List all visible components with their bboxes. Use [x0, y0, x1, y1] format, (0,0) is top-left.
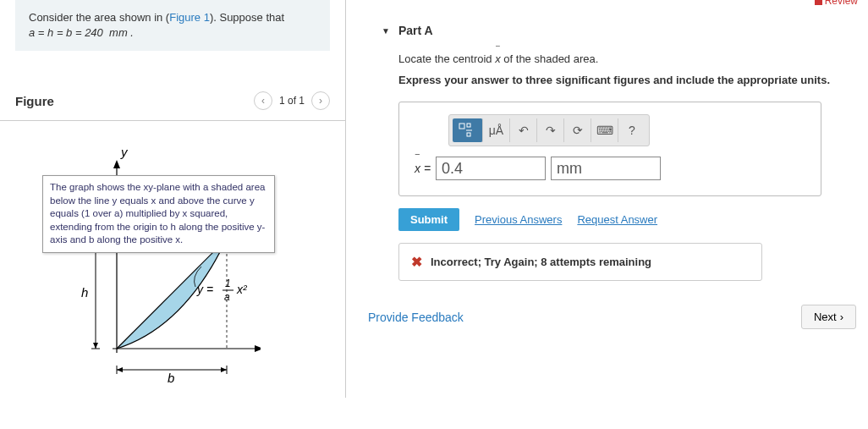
part-instruction: Locate the centroid x of the shaded area…	[398, 52, 843, 65]
feedback-text: Incorrect; Try Again; 8 attempts remaini…	[431, 256, 651, 268]
svg-text:a: a	[224, 291, 230, 303]
review-label: Review	[825, 0, 858, 7]
figure-link[interactable]: Figure 1	[169, 11, 210, 24]
collapse-icon: ▼	[382, 26, 390, 36]
part-header[interactable]: ▼ Part A	[366, 0, 858, 46]
svg-text:b: b	[168, 371, 174, 385]
next-button[interactable]: Next ›	[801, 305, 856, 329]
review-link[interactable]: Review	[815, 0, 858, 7]
provide-feedback-link[interactable]: Provide Feedback	[368, 311, 464, 324]
figure-area: The graph shows the xy-plane with a shad…	[0, 133, 345, 398]
figure-header: Figure ‹ 1 of 1 ›	[0, 85, 345, 121]
svg-rect-26	[459, 124, 464, 129]
svg-rect-29	[467, 133, 470, 136]
request-answer-link[interactable]: Request Answer	[577, 213, 657, 226]
feedback-box: ✖ Incorrect; Try Again; 8 attempts remai…	[398, 243, 762, 281]
svg-rect-27	[467, 124, 470, 127]
svg-marker-18	[117, 367, 123, 372]
chevron-right-icon: ›	[840, 311, 843, 323]
incorrect-icon: ✖	[411, 254, 422, 270]
answer-value-input[interactable]	[436, 157, 546, 180]
svg-marker-13	[93, 343, 98, 349]
svg-text:y: y	[120, 145, 129, 159]
svg-text:1: 1	[225, 278, 231, 289]
answer-var-label: x =	[415, 162, 431, 175]
problem-equation: a = h = b = 240 mm .	[29, 26, 134, 39]
svg-text:h: h	[81, 285, 88, 300]
help-button[interactable]: ?	[618, 118, 646, 142]
answer-toolbar: μÅ ↶ ↷ ⟳ ⌨ ?	[448, 114, 650, 146]
units-button[interactable]: μÅ	[483, 118, 510, 142]
reset-button[interactable]: ⟳	[564, 118, 591, 142]
svg-marker-4	[255, 345, 261, 352]
figure-next-button[interactable]: ›	[311, 91, 330, 110]
previous-answers-link[interactable]: Previous Answers	[475, 213, 562, 226]
next-label: Next	[814, 311, 837, 323]
undo-button[interactable]: ↶	[510, 118, 537, 142]
part-title: Part A	[398, 24, 433, 37]
answer-unit-input[interactable]	[551, 157, 661, 180]
answer-box: μÅ ↶ ↷ ⟳ ⌨ ? x =	[398, 102, 821, 196]
submit-button[interactable]: Submit	[398, 208, 459, 231]
figure-tooltip: The graph shows the xy-plane with a shad…	[42, 175, 275, 253]
svg-marker-2	[113, 160, 120, 168]
svg-text:x²: x²	[236, 283, 248, 296]
figure-counter: 1 of 1	[279, 95, 305, 107]
svg-text:y =: y =	[196, 283, 213, 296]
redo-button[interactable]: ↷	[537, 118, 564, 142]
problem-text-before: Consider the area shown in (	[29, 11, 169, 24]
keyboard-button[interactable]: ⌨	[591, 118, 618, 142]
part-bold-instruction: Express your answer to three significant…	[398, 74, 843, 86]
figure-title: Figure	[15, 94, 54, 108]
templates-button[interactable]	[453, 118, 483, 142]
review-flag-icon	[815, 0, 822, 5]
svg-marker-19	[221, 367, 227, 372]
problem-text-after: ). Suppose that	[210, 11, 284, 24]
figure-prev-button[interactable]: ‹	[254, 91, 272, 110]
problem-statement: Consider the area shown in (Figure 1). S…	[15, 0, 330, 51]
